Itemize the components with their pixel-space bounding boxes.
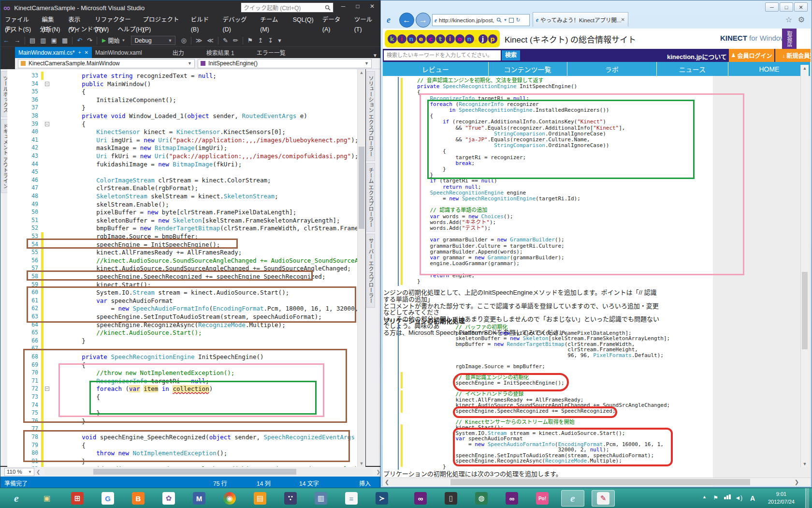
redo-icon[interactable]: ↷: [85, 37, 95, 44]
taskbar-icon-picasa[interactable]: ✿: [157, 490, 180, 507]
hscroll-left-icon[interactable]: ❮: [34, 469, 42, 475]
code-line-62[interactable]: 62 = new SpeechAudioFormatInfo(EncodingF…: [7, 304, 357, 313]
code-line-34[interactable]: 34− public MainWindow(): [7, 80, 357, 88]
menu-item[interactable]: リファクター(R): [90, 15, 138, 25]
panel-tab[interactable]: 出力: [168, 47, 189, 58]
taskbar-icon-notepad[interactable]: ≡: [340, 490, 363, 507]
code-line-57[interactable]: 57 kinect.AudioSource.SoundSourceAngleCh…: [7, 264, 357, 272]
scrollbar-thumb[interactable]: [93, 469, 296, 475]
panel-tab[interactable]: エラー一覧: [252, 47, 290, 58]
code-line-56[interactable]: 56 //kinect.AudioSource.SoundSourceAngle…: [7, 256, 357, 265]
menu-item[interactable]: ウィンドウ(W): [65, 25, 114, 34]
taskbar-icon-paw[interactable]: ∵: [279, 490, 302, 507]
refresh-icon[interactable]: ↻: [516, 17, 520, 23]
code-line-66[interactable]: 66 }: [7, 337, 357, 345]
code-line-42[interactable]: 42 maskImage = new BitmapImage(imgUri);: [7, 144, 357, 152]
network-icon[interactable]: [724, 494, 731, 499]
type-dropdown[interactable]: KinectCameraSample.MainWindow ▼: [18, 59, 195, 68]
code-line-68[interactable]: 68 private SpeechRecognitionEngine InitS…: [7, 353, 357, 361]
menu-item[interactable]: プロジェクト(P): [138, 15, 186, 25]
outdent-icon[interactable]: ≪: [204, 37, 216, 44]
menu-item[interactable]: 編集(E): [37, 15, 64, 25]
compatibility-view-icon[interactable]: [509, 18, 514, 23]
save-icon[interactable]: ▣: [49, 37, 59, 44]
tab-MainWindow.xaml[interactable]: MainWindow.xaml: [92, 47, 145, 58]
maximize-button[interactable]: □: [350, 1, 365, 11]
search-icon[interactable]: [496, 17, 502, 23]
code-line-38[interactable]: 38 private void Window_Loaded_1(object s…: [7, 112, 357, 120]
code-line-71[interactable]: 71 RecognizerInfo targetRi = null;: [7, 377, 357, 385]
nav-forward-icon[interactable]: →: [12, 37, 23, 44]
taskbar-icon-blogger[interactable]: B: [127, 490, 150, 507]
maximize-button[interactable]: □: [780, 2, 793, 12]
code-line-60[interactable]: 60 System.IO.Stream stream = kinect.Audi…: [7, 288, 357, 297]
code-line-33[interactable]: 33 private string recognizedText = null;: [7, 72, 357, 80]
code-line-54[interactable]: 54 speechEngine = InitSpeechEngine();: [7, 240, 357, 249]
settings-gear-icon[interactable]: ⚙: [798, 15, 805, 24]
code-line-81[interactable]: 81 }: [7, 457, 357, 465]
site-search-input[interactable]: 検索したいキーワードを入力してください。: [384, 50, 501, 60]
scroll-right-icon[interactable]: ❯: [795, 479, 799, 485]
taskbar-icon-paint[interactable]: ✎: [592, 490, 615, 507]
code-line-65[interactable]: 65 //kinect.AudioSource.Start();: [7, 329, 357, 337]
code-line-44[interactable]: 44 fukidashiImage = new BitmapImage(fkUr…: [7, 160, 357, 168]
nav-back-icon[interactable]: ←: [0, 37, 12, 44]
taskbar-icon-globe[interactable]: ◍: [470, 490, 493, 507]
show-desktop-button[interactable]: [805, 488, 809, 508]
code-line-59[interactable]: 59 kinect.Start();: [7, 281, 357, 289]
comment-icon[interactable]: ✎: [220, 37, 231, 44]
code-line-74[interactable]: 74: [7, 401, 357, 409]
editor-horizontal-scrollbar[interactable]: [45, 468, 371, 475]
menu-item[interactable]: SQL(Q): [289, 15, 318, 25]
prev-bookmark-icon[interactable]: ↥: [255, 37, 265, 44]
dealer-badge[interactable]: 取扱店: [782, 29, 797, 49]
menu-item[interactable]: ツール(T): [350, 15, 381, 25]
login-button[interactable]: ♟会員ログイン: [729, 49, 774, 62]
scroll-up-icon[interactable]: ▲: [358, 70, 365, 75]
taskbar-icon-app-red[interactable]: ⊞: [66, 490, 89, 507]
taskbar-icon-ie-active[interactable]: e: [561, 490, 584, 507]
close-icon[interactable]: ✕: [85, 50, 88, 55]
taskbar-icon-chrome[interactable]: ◉: [218, 490, 241, 507]
scroll-down-icon[interactable]: ▼: [801, 462, 809, 466]
code-line-45[interactable]: 45: [7, 168, 357, 176]
code-line-80[interactable]: 80 throw new NotImplementedException();: [7, 449, 357, 457]
nav-tab-ラボ[interactable]: ラボ: [567, 62, 657, 76]
taskbar-icon-powershell[interactable]: ≻: [370, 490, 393, 507]
code-line-63[interactable]: 63 speechEngine.SetInputToAudioStream(st…: [7, 313, 357, 321]
start-debug-button[interactable]: ▶ 開始 ▼: [99, 36, 128, 45]
ime-indicator[interactable]: A: [750, 494, 755, 502]
code-line-72[interactable]: 72− foreach (var item in collection): [7, 385, 357, 393]
code-line-55[interactable]: 55 kinect.AllFramesReady += AllFramesRea…: [7, 248, 357, 256]
collapse-icon[interactable]: −: [45, 82, 49, 86]
code-line-50[interactable]: 50 pixelBuffer = new byte[clrStream.Fram…: [7, 208, 357, 216]
code-line-43[interactable]: 43 Uri fkUri = new Uri("pack://applicati…: [7, 152, 357, 160]
code-line-35[interactable]: 35 {: [7, 88, 357, 96]
menu-item[interactable]: データ(A): [318, 15, 350, 25]
code-line-39[interactable]: 39− {: [7, 120, 357, 128]
next-bookmark-icon[interactable]: ↧: [265, 37, 276, 44]
code-line-79[interactable]: 79 {: [7, 441, 357, 449]
tool-tab[interactable]: サーバー エクスプローラー: [366, 234, 375, 308]
uncomment-icon[interactable]: ✏: [231, 37, 241, 44]
editor-vertical-scrollbar[interactable]: ▲ ▼: [357, 69, 365, 467]
indent-icon[interactable]: ≫: [193, 37, 205, 44]
code-line-49[interactable]: 49 skelStream.Enable();: [7, 200, 357, 209]
nav-tab-ニュース[interactable]: ニュース: [657, 62, 728, 76]
code-line-48[interactable]: 48 SkeletonStream skelStream = kinect.Sk…: [7, 192, 357, 200]
code-line-73[interactable]: 73 {: [7, 393, 357, 401]
code-line-64[interactable]: 64 speechEngine.RecognizeAsync(Recognize…: [7, 321, 357, 329]
nav-tab-レビュー[interactable]: レビュー: [383, 62, 489, 76]
address-bar[interactable]: e http://kinection.jp/post, ▼ ↻: [432, 14, 530, 26]
menu-item[interactable]: ヘルプ(H): [113, 25, 148, 34]
code-line-51[interactable]: 51 skeletonBuffer = new Skeleton[skelStr…: [7, 216, 357, 224]
taskbar-icon-ie[interactable]: e: [5, 490, 28, 507]
taskbar-icon-phone[interactable]: ▯: [439, 490, 463, 507]
scrollbar-thumb[interactable]: [802, 272, 808, 349]
code-line-52[interactable]: 52 bmpBuffer = new RenderTargetBitmap(cl…: [7, 224, 357, 232]
bookmark-icon[interactable]: ⚑: [245, 37, 256, 44]
tab-MainWindow.xaml.cs[interactable]: MainWindow.xaml.cs*+✕: [15, 47, 92, 58]
code-line-58[interactable]: 58 speechEngine.SpeechRecognized += spee…: [7, 272, 357, 281]
scroll-down-icon[interactable]: ▼: [358, 461, 365, 466]
page-horizontal-scrollbar[interactable]: ❮ ❯: [383, 478, 811, 486]
